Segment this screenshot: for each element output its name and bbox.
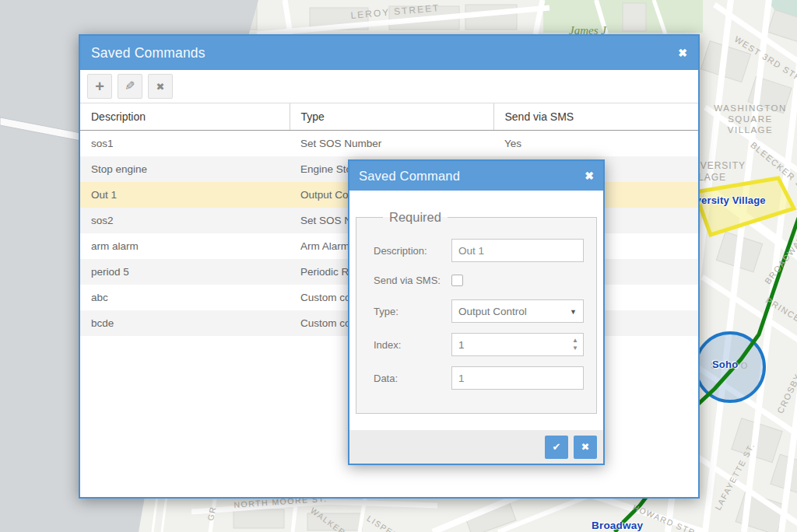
- column-header-send-via-sms[interactable]: Send via SMS: [493, 103, 698, 131]
- description-field-row: Description:: [374, 239, 596, 262]
- spin-down-icon[interactable]: ▼: [572, 345, 578, 352]
- geofence-label-broadway[interactable]: Broadway: [592, 520, 643, 531]
- index-stepper[interactable]: 1 ▲ ▼: [451, 333, 584, 356]
- close-icon[interactable]: ✖: [585, 170, 594, 181]
- table-row[interactable]: sos1Set SOS NumberYes: [80, 131, 698, 157]
- table-header-row: Description Type Send via SMS: [80, 103, 698, 131]
- saved-command-dialog-footer: ✔ ✖: [349, 430, 603, 464]
- cancel-x-icon: ✖: [581, 441, 590, 453]
- saved-commands-dialog-title: Saved Commands: [91, 45, 205, 61]
- commands-toolbar: + ✎ ✖: [80, 70, 698, 103]
- data-label: Data:: [374, 373, 451, 384]
- data-input[interactable]: [451, 366, 584, 390]
- chevron-down-icon: ▼: [570, 308, 577, 316]
- saved-command-dialog-body: Required Description: Send via SMS: Type…: [349, 191, 603, 430]
- required-legend: Required: [383, 210, 448, 225]
- index-label: Index:: [374, 339, 451, 351]
- saved-command-dialog-header[interactable]: Saved Command ✖: [349, 161, 603, 191]
- required-fieldset: Required Description: Send via SMS: Type…: [356, 210, 597, 414]
- saved-command-dialog-title: Saved Command: [359, 169, 460, 184]
- delete-command-button[interactable]: ✖: [148, 74, 173, 99]
- cancel-button[interactable]: ✖: [574, 436, 597, 459]
- send-via-sms-field-row: Send via SMS:: [374, 272, 596, 288]
- saved-command-dialog: Saved Command ✖ Required Description: Se…: [348, 159, 605, 465]
- type-label: Type:: [374, 306, 451, 317]
- edit-command-button[interactable]: ✎: [118, 74, 142, 99]
- spin-up-icon[interactable]: ▲: [572, 337, 578, 345]
- column-header-description[interactable]: Description: [80, 103, 290, 131]
- send-via-sms-label: Send via SMS:: [374, 275, 451, 286]
- description-input[interactable]: [451, 239, 584, 262]
- send-via-sms-checkbox[interactable]: [451, 275, 463, 286]
- close-icon[interactable]: ✖: [678, 47, 687, 58]
- cell-description[interactable]: Out 1: [80, 182, 290, 208]
- cell-description[interactable]: abc: [80, 285, 290, 310]
- column-header-type[interactable]: Type: [290, 103, 493, 131]
- type-select-value: Output Control: [458, 306, 527, 317]
- app-viewport: LEROY STREET James J WEST 3RD STREET WAS…: [0, 0, 797, 532]
- add-command-button[interactable]: +: [87, 74, 112, 99]
- data-field-row: Data:: [374, 366, 596, 390]
- confirm-button[interactable]: ✔: [545, 436, 568, 459]
- plus-icon: +: [95, 79, 104, 94]
- cell-description[interactable]: sos1: [80, 131, 290, 157]
- cell-description[interactable]: period 5: [80, 259, 290, 285]
- delete-icon: ✖: [156, 82, 165, 92]
- type-select[interactable]: Output Control ▼: [451, 299, 584, 323]
- saved-commands-dialog-header[interactable]: Saved Commands ✖: [80, 36, 698, 70]
- index-stepper-value: 1: [458, 339, 465, 351]
- index-field-row: Index: 1 ▲ ▼: [374, 333, 596, 356]
- cell-type[interactable]: Set SOS Number: [290, 131, 493, 157]
- cell-description[interactable]: Stop engine: [80, 156, 290, 182]
- cell-description[interactable]: arm alarm: [80, 233, 290, 259]
- checkmark-icon: ✔: [553, 441, 561, 453]
- description-label: Description:: [374, 245, 451, 257]
- cell-description[interactable]: bcde: [80, 310, 290, 336]
- cell-description[interactable]: sos2: [80, 208, 290, 233]
- type-field-row: Type: Output Control ▼: [374, 299, 596, 323]
- pencil-icon: ✎: [125, 80, 135, 93]
- cell-sms[interactable]: Yes: [493, 131, 698, 157]
- geofence-label-soho[interactable]: Soho: [712, 359, 738, 370]
